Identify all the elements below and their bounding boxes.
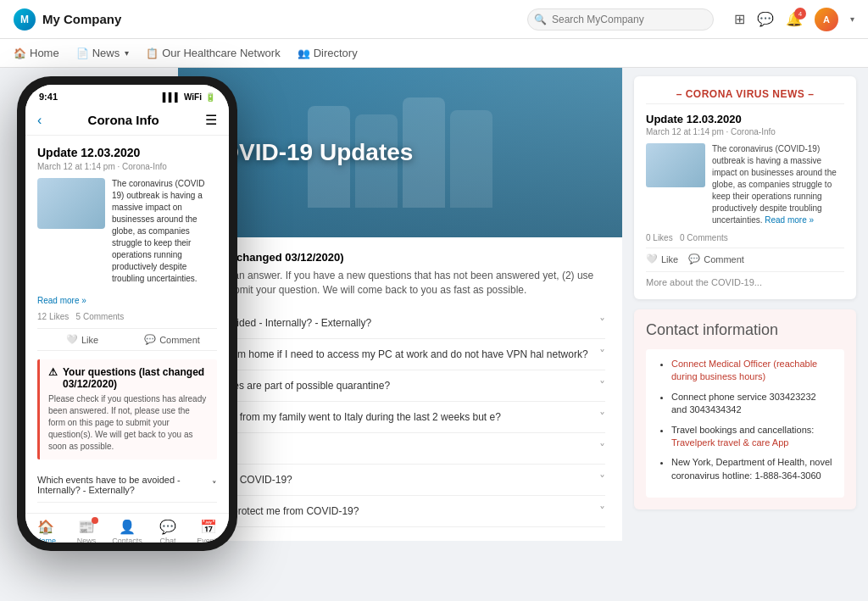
faq-item-7-chevron: ˅ <box>599 504 605 518</box>
search-icon: 🔍 <box>534 14 547 25</box>
phone-post-actions: 🤍 Like 💬 Comment <box>37 328 217 351</box>
news-item-body: The coronavirus (COVID-19) outbreak is h… <box>646 143 844 226</box>
top-navigation: M My Company 🔍 ⊞ 💬 🔔 4 A ▾ <box>0 0 868 39</box>
search-input[interactable] <box>527 8 714 31</box>
phone-question-text: Please check if you questions has alread… <box>48 393 209 453</box>
faq-item-5-chevron: ˅ <box>599 442 605 455</box>
phone-post-title: Update 12.03.2020 <box>37 146 217 159</box>
phone-nav-news-label: News <box>77 537 97 543</box>
faq-item-4-chevron: ˅ <box>599 410 605 424</box>
phone-post-text: The coronavirus (COVID 19) outbreak is h… <box>112 178 217 285</box>
phone-post-image-inner <box>37 178 105 229</box>
faq-item-3[interactable]: employees are part of possible quarantin… <box>195 370 605 402</box>
phone-time: 9:41 <box>39 92 58 102</box>
grid-icon-button[interactable]: ⊞ <box>734 11 745 27</box>
phone-nav-chat[interactable]: 💬 Chat <box>147 519 188 543</box>
news-more-link[interactable]: More about the COVID-19... <box>646 271 844 287</box>
main-layout: 9:41 ▌▌▌ WiFi 🔋 ‹ Corona Info ☰ Update 1… <box>0 68 868 601</box>
news-comment-button[interactable]: 💬 Comment <box>688 253 744 264</box>
notification-badge: 4 <box>794 8 806 19</box>
phone-nav-home-icon: 🏠 <box>37 519 54 535</box>
contact-medical-officer-link[interactable]: Connect Medical Officer (reachable durin… <box>671 359 817 381</box>
phone-like-button[interactable]: 🤍 Like <box>37 334 127 345</box>
phone-back-icon[interactable]: ‹ <box>37 113 42 128</box>
faq-item-2[interactable]: orking from home if I need to access my … <box>195 339 605 370</box>
phone-likes: 12 Likes <box>37 312 69 321</box>
phone-nav-events-label: Events <box>197 537 220 543</box>
news-like-button[interactable]: 🤍 Like <box>646 253 678 264</box>
faq-item-4[interactable]: omebody from my family went to Italy dur… <box>195 402 605 433</box>
news-read-more[interactable]: Read more » <box>765 215 814 225</box>
subnav-news-chevron: ▾ <box>125 48 129 58</box>
phone-nav-contacts-label: Contacts <box>112 537 142 543</box>
logo[interactable]: M My Company <box>14 8 121 31</box>
phone-nav-chat-icon: 💬 <box>159 519 176 535</box>
phone-nav-news[interactable]: 📰 News <box>66 519 107 543</box>
phone-faq-item[interactable]: Which events have to be avoided - Intern… <box>37 468 217 503</box>
contact-travelperk-link[interactable]: Travelperk travel & care App <box>671 437 788 448</box>
phone-nav-contacts-icon: 👤 <box>119 519 136 535</box>
phone-screen: 9:41 ▌▌▌ WiFi 🔋 ‹ Corona Info ☰ Update 1… <box>25 85 229 543</box>
phone-faq-chevron: ˅ <box>212 480 217 491</box>
contact-travel-text: Travel bookings and cancellations: <box>671 425 814 435</box>
contact-list: Connect Medical Officer (reachable durin… <box>658 358 832 482</box>
phone-comment-button[interactable]: 💬 Comment <box>127 334 217 345</box>
phone-header: ‹ Corona Info ☰ <box>25 105 229 136</box>
subnav-directory[interactable]: 👥 Directory <box>298 47 358 59</box>
faq-intro: you find an answer. If you have a new qu… <box>195 269 605 298</box>
faq-item-6-chevron: ˅ <box>599 473 605 487</box>
phone-nav-contacts[interactable]: 👤 Contacts <box>107 519 147 543</box>
phone-like-icon: 🤍 <box>66 334 78 345</box>
phone-question-title: ⚠ Your questions (last changed 03/12/202… <box>48 366 209 390</box>
phone-nav-news-badge <box>92 517 98 524</box>
contact-newyork-text: New York, Department of Health, novel co… <box>671 457 832 480</box>
phone-post-image <box>37 178 105 229</box>
phone-menu-icon[interactable]: ☰ <box>205 112 217 128</box>
phone-question-title-text: Your questions (last changed 03/12/2020) <box>63 366 209 390</box>
faq-item-5[interactable]: toms? ˅ <box>195 433 605 465</box>
subnav-news-label: News <box>92 47 120 59</box>
news-section-title: – CORONA VIRUS NEWS – <box>646 88 844 104</box>
phone-nav-events[interactable]: 📅 Events <box>188 519 229 543</box>
faq-item-6[interactable]: of getting COVID-19? ˅ <box>195 465 605 496</box>
news-item-text-content: The coronavirus (COVID-19) outbreak is h… <box>712 144 837 225</box>
subnav-home[interactable]: 🏠 Home <box>14 47 59 59</box>
news-thumbnail <box>646 143 705 187</box>
news-item-text: The coronavirus (COVID-19) outbreak is h… <box>712 143 844 226</box>
contact-card: Contact information Connect Medical Offi… <box>634 309 856 509</box>
avatar[interactable]: A <box>815 8 838 31</box>
news-stats: 0 Likes 0 Comments <box>646 233 844 242</box>
contact-item-1: Connect Medical Officer (reachable durin… <box>671 358 832 384</box>
notification-icon-button[interactable]: 🔔 4 <box>786 11 803 27</box>
phone-post-stats: 12 Likes 5 Comments <box>37 312 217 321</box>
contact-item-4: New York, Department of Health, novel co… <box>671 456 832 482</box>
directory-icon: 👥 <box>298 47 310 59</box>
phone-screen-title: Corona Info <box>88 113 159 127</box>
phone-outer: 9:41 ▌▌▌ WiFi 🔋 ‹ Corona Info ☰ Update 1… <box>17 76 237 551</box>
faq-item-3-chevron: ˅ <box>599 379 605 392</box>
phone-comment-label: Comment <box>159 335 200 345</box>
phone-read-more[interactable]: Read more » <box>37 296 86 305</box>
phone-question-box: ⚠ Your questions (last changed 03/12/202… <box>37 359 217 459</box>
phone-mockup: 9:41 ▌▌▌ WiFi 🔋 ‹ Corona Info ☰ Update 1… <box>17 76 246 551</box>
subnav-news[interactable]: 📄 News ▾ <box>76 47 130 59</box>
faq-item-1-chevron: ˅ <box>599 316 605 330</box>
avatar-chevron-icon[interactable]: ▾ <box>850 14 854 24</box>
news-card: – CORONA VIRUS NEWS – Update 12.03.2020 … <box>634 76 856 299</box>
faq-heading: ns (last changed 03/12/2020) <box>195 251 605 264</box>
phone-nav-home-label: Home <box>36 537 56 543</box>
phone-signal-icon: ▌▌▌ <box>163 92 181 102</box>
right-sidebar: – CORONA VIRUS NEWS – Update 12.03.2020 … <box>622 68 868 601</box>
healthcare-icon: 📋 <box>146 47 159 59</box>
subnav-healthcare[interactable]: 📋 Our Healthcare Network <box>146 47 280 59</box>
phone-faq-text: Which events have to be avoided - Intern… <box>37 475 212 495</box>
search-container: 🔍 <box>527 8 714 31</box>
faq-item-1[interactable]: to be avoided - Internally? - Externally… <box>195 308 605 339</box>
faq-item-7[interactable]: vaccine protect me from COVID-19? ˅ <box>195 496 605 527</box>
chat-icon-button[interactable]: 💬 <box>757 11 774 27</box>
phone-status-bar: 9:41 ▌▌▌ WiFi 🔋 <box>25 85 229 105</box>
sub-navigation: 🏠 Home 📄 News ▾ 📋 Our Healthcare Network… <box>0 39 868 68</box>
phone-nav-home[interactable]: 🏠 Home <box>25 519 66 543</box>
news-likes: 0 Likes <box>646 233 673 242</box>
home-icon: 🏠 <box>14 47 26 59</box>
